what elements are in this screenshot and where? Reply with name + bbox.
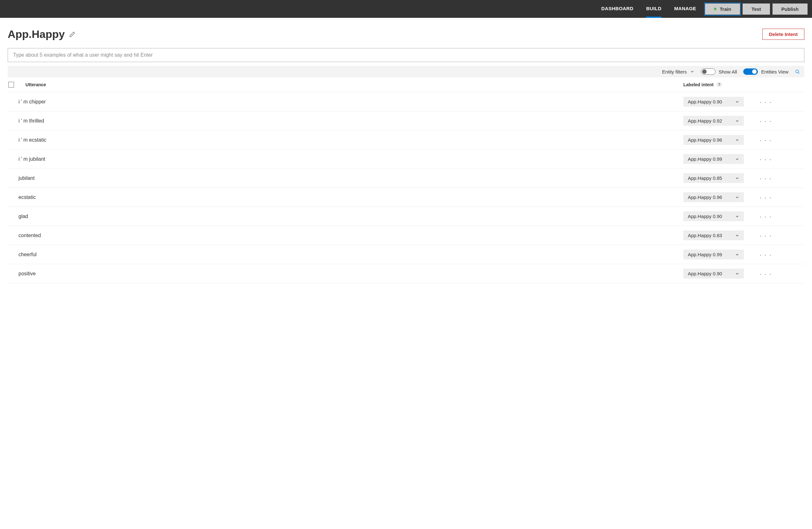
- utterance-text[interactable]: i ' m ecstatic: [8, 137, 683, 143]
- utterance-text[interactable]: i ' m jubilant: [8, 156, 683, 162]
- intent-label: App.Happy 0.83: [688, 233, 722, 238]
- more-actions-icon[interactable]: · · ·: [760, 118, 772, 124]
- entity-filters-dropdown[interactable]: Entity filters: [662, 69, 695, 74]
- table-row: i ' m thrilledApp.Happy 0.92· · ·: [8, 112, 804, 131]
- intent-label: App.Happy 0.99: [688, 156, 722, 162]
- delete-intent-button[interactable]: Delete Intent: [762, 29, 804, 40]
- labeled-intent-cell: App.Happy 0.90· · ·: [683, 97, 804, 107]
- table-row: jubilantApp.Happy 0.85· · ·: [8, 169, 804, 188]
- utterance-column-header: Utterance: [26, 82, 683, 87]
- utterance-text[interactable]: ecstatic: [8, 194, 683, 200]
- intent-dropdown[interactable]: App.Happy 0.99: [683, 154, 744, 164]
- content-area: App.Happy Delete Intent Entity filters S…: [0, 18, 812, 283]
- nav-tab-dashboard[interactable]: DASHBOARD: [601, 0, 633, 18]
- pencil-icon[interactable]: [69, 31, 75, 38]
- utterance-text[interactable]: cheerful: [8, 252, 683, 258]
- train-button[interactable]: Train: [705, 3, 740, 15]
- intent-dropdown[interactable]: App.Happy 0.83: [683, 231, 744, 240]
- intent-label: App.Happy 0.96: [688, 194, 722, 200]
- more-actions-icon[interactable]: · · ·: [760, 156, 772, 162]
- utterance-text[interactable]: positive: [8, 271, 683, 277]
- table-row: i ' m chipperApp.Happy 0.90· · ·: [8, 92, 804, 112]
- example-input-wrap: [8, 48, 804, 62]
- nav-tab-manage[interactable]: MANAGE: [674, 0, 696, 18]
- intent-dropdown[interactable]: App.Happy 0.90: [683, 269, 744, 279]
- more-actions-icon[interactable]: · · ·: [760, 99, 772, 105]
- more-actions-icon[interactable]: · · ·: [760, 270, 772, 277]
- top-nav: DASHBOARDBUILDMANAGE Train Test Publish: [0, 0, 812, 18]
- utterance-text[interactable]: contented: [8, 233, 683, 238]
- labeled-intent-column-header: Labeled intent ?: [683, 82, 804, 87]
- svg-point-0: [796, 70, 799, 73]
- nav-tabs: DASHBOARDBUILDMANAGE: [601, 0, 696, 18]
- chevron-down-icon: [735, 214, 739, 219]
- page-title-wrap: App.Happy: [8, 28, 75, 41]
- more-actions-icon[interactable]: · · ·: [760, 175, 772, 181]
- help-icon[interactable]: ?: [716, 83, 722, 87]
- intent-dropdown[interactable]: App.Happy 0.90: [683, 211, 744, 221]
- show-all-toggle-group: Show All: [701, 69, 737, 75]
- svg-line-1: [798, 73, 799, 74]
- labeled-intent-cell: App.Happy 0.99· · ·: [683, 154, 804, 164]
- chevron-down-icon: [735, 176, 739, 180]
- more-actions-icon[interactable]: · · ·: [760, 137, 772, 143]
- more-actions-icon[interactable]: · · ·: [760, 251, 772, 258]
- nav-tab-build[interactable]: BUILD: [646, 0, 662, 18]
- chevron-down-icon: [690, 69, 695, 74]
- labeled-intent-cell: App.Happy 0.96· · ·: [683, 135, 804, 145]
- labeled-intent-cell: App.Happy 0.85· · ·: [683, 173, 804, 183]
- chevron-down-icon: [735, 195, 739, 200]
- page-header: App.Happy Delete Intent: [8, 28, 804, 41]
- page-title: App.Happy: [8, 28, 64, 41]
- table-row: i ' m ecstaticApp.Happy 0.96· · ·: [8, 131, 804, 150]
- select-all-checkbox[interactable]: [8, 82, 14, 88]
- example-input[interactable]: [8, 48, 804, 62]
- utterance-rows: i ' m chipperApp.Happy 0.90· · ·i ' m th…: [8, 92, 804, 283]
- select-all-cell: [8, 82, 26, 88]
- utterance-text[interactable]: glad: [8, 214, 683, 219]
- more-actions-icon[interactable]: · · ·: [760, 232, 772, 239]
- chevron-down-icon: [735, 271, 739, 276]
- utterance-text[interactable]: i ' m chipper: [8, 99, 683, 105]
- labeled-intent-header-text: Labeled intent: [683, 82, 714, 87]
- table-row: cheerfulApp.Happy 0.99· · ·: [8, 245, 804, 264]
- entities-view-label: Entities View: [761, 69, 788, 74]
- labeled-intent-cell: App.Happy 0.92· · ·: [683, 116, 804, 126]
- intent-label: App.Happy 0.99: [688, 252, 722, 257]
- intent-label: App.Happy 0.96: [688, 137, 722, 143]
- chevron-down-icon: [735, 138, 739, 142]
- intent-label: App.Happy 0.90: [688, 271, 722, 276]
- labeled-intent-cell: App.Happy 0.83· · ·: [683, 231, 804, 240]
- chevron-down-icon: [735, 252, 739, 257]
- utterance-text[interactable]: jubilant: [8, 175, 683, 181]
- chevron-down-icon: [735, 100, 739, 104]
- table-header: Utterance Labeled intent ?: [8, 77, 804, 92]
- intent-label: App.Happy 0.85: [688, 175, 722, 181]
- nav-actions: Train Test Publish: [705, 3, 808, 15]
- chevron-down-icon: [735, 233, 739, 238]
- show-all-label: Show All: [719, 69, 737, 74]
- more-actions-icon[interactable]: · · ·: [760, 194, 772, 201]
- show-all-toggle[interactable]: [701, 69, 715, 75]
- intent-dropdown[interactable]: App.Happy 0.90: [683, 97, 744, 107]
- search-icon[interactable]: [795, 69, 800, 74]
- entities-view-toggle[interactable]: [743, 69, 758, 75]
- table-row: positiveApp.Happy 0.90· · ·: [8, 264, 804, 283]
- intent-dropdown[interactable]: App.Happy 0.96: [683, 192, 744, 202]
- table-row: contentedApp.Happy 0.83· · ·: [8, 226, 804, 245]
- labeled-intent-cell: App.Happy 0.99· · ·: [683, 250, 804, 260]
- train-button-label: Train: [720, 6, 731, 12]
- intent-label: App.Happy 0.90: [688, 214, 722, 219]
- intent-dropdown[interactable]: App.Happy 0.99: [683, 250, 744, 260]
- intent-dropdown[interactable]: App.Happy 0.85: [683, 173, 744, 183]
- publish-button[interactable]: Publish: [772, 3, 808, 15]
- intent-dropdown[interactable]: App.Happy 0.96: [683, 135, 744, 145]
- more-actions-icon[interactable]: · · ·: [760, 213, 772, 220]
- utterance-text[interactable]: i ' m thrilled: [8, 118, 683, 124]
- test-button[interactable]: Test: [743, 3, 770, 15]
- table-row: ecstaticApp.Happy 0.96· · ·: [8, 188, 804, 207]
- filter-bar: Entity filters Show All Entities View: [8, 66, 804, 77]
- train-status-dot-icon: [714, 8, 716, 10]
- intent-dropdown[interactable]: App.Happy 0.92: [683, 116, 744, 126]
- labeled-intent-cell: App.Happy 0.90· · ·: [683, 211, 804, 221]
